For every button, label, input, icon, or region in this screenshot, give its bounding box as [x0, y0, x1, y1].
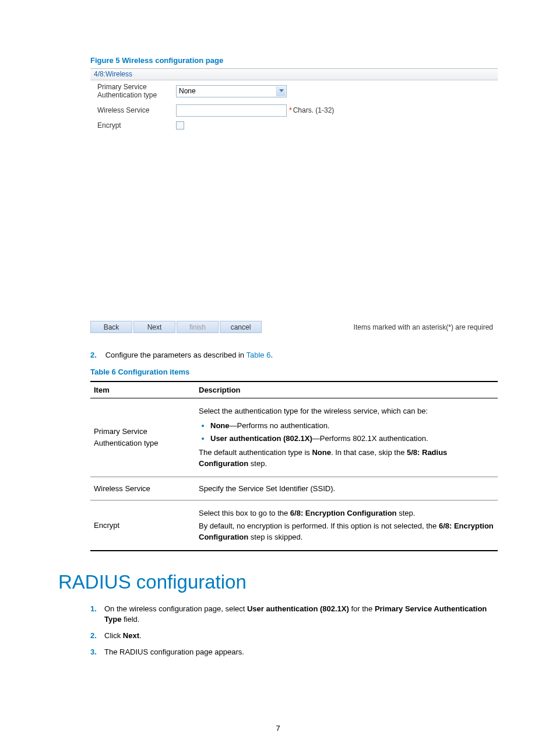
row-auth-type: Primary Service Authentication type None: [90, 80, 498, 102]
finish-button[interactable]: finish: [177, 321, 219, 333]
desc-cell: Specify the Service Set Identifier (SSID…: [195, 477, 498, 501]
step-2-text-a: Configure the parameters as described in: [105, 351, 247, 359]
step-text: On the wireless configuration page, sele…: [104, 604, 498, 625]
bullet-item: User authentication (802.1X)—Performs 80…: [210, 432, 494, 444]
desc-text: By default, no encryption is performed. …: [199, 520, 494, 543]
cancel-button[interactable]: cancel: [220, 321, 262, 333]
step-number: 1.: [90, 604, 104, 625]
table-caption: Table 6 Configuration items: [90, 368, 498, 376]
panel-title: 4/8:Wireless: [90, 69, 498, 80]
desc-text: Select this box to go to the 6/8: Encryp…: [199, 508, 494, 519]
table-row: Primary Service Authentication type Sele…: [90, 398, 498, 477]
item-cell: Encrypt: [90, 501, 195, 551]
step-2-number: 2.: [90, 351, 103, 359]
page-number: 7: [0, 724, 556, 733]
col-item: Item: [90, 382, 195, 398]
back-button[interactable]: Back: [90, 321, 132, 333]
encrypt-checkbox[interactable]: [176, 121, 184, 130]
list-item: 3. The RADIUS configuration page appears…: [90, 647, 498, 657]
desc-text: The default authentication type is None.…: [199, 447, 494, 470]
table-6-link[interactable]: Table 6: [246, 351, 270, 359]
section-heading: RADIUS configuration: [58, 571, 498, 593]
step-2: 2. Configure the parameters as described…: [90, 351, 498, 359]
table-row: Encrypt Select this box to go to the 6/8…: [90, 501, 498, 551]
desc-cell: Select this box to go to the 6/8: Encryp…: [195, 501, 498, 551]
auth-type-select[interactable]: None: [176, 85, 287, 97]
required-asterisk: *: [289, 106, 292, 114]
required-note: Items marked with an asterisk(*) are req…: [354, 323, 498, 331]
step-2-text-b: .: [270, 351, 273, 359]
wireless-service-input[interactable]: [176, 104, 287, 117]
step-text: The RADIUS configuration page appears.: [104, 647, 244, 657]
wireless-service-hint: Chars. (1-32): [293, 106, 335, 114]
row-wireless-service: Wireless Service * Chars. (1-32): [90, 102, 498, 119]
desc-text: Select the authentication type for the w…: [199, 405, 494, 417]
figure-caption: Figure 5 Wireless configuration page: [90, 56, 498, 65]
list-item: 1. On the wireless configuration page, s…: [90, 604, 498, 625]
list-item: 2. Click Next.: [90, 631, 498, 641]
button-row: Back Next finish cancel Items marked wit…: [90, 320, 498, 334]
table-row: Wireless Service Specify the Service Set…: [90, 477, 498, 501]
wireless-service-label: Wireless Service: [97, 106, 176, 114]
bullet-item: None—Performs no authentication.: [210, 419, 494, 432]
config-table: Item Description Primary Service Authent…: [90, 381, 498, 551]
step-text: Click Next.: [104, 631, 142, 641]
item-cell: Wireless Service: [90, 477, 195, 501]
auth-type-value: None: [179, 87, 196, 95]
step-number: 3.: [90, 647, 104, 657]
col-description: Description: [195, 382, 498, 398]
chevron-down-icon: [276, 86, 286, 96]
wireless-config-panel: 4/8:Wireless Primary Service Authenticat…: [90, 68, 498, 132]
item-cell: Primary Service Authentication type: [90, 398, 195, 477]
next-button[interactable]: Next: [133, 321, 175, 333]
encrypt-label: Encrypt: [97, 121, 176, 130]
desc-cell: Select the authentication type for the w…: [195, 398, 498, 477]
radius-steps: 1. On the wireless configuration page, s…: [90, 604, 498, 658]
auth-type-label: Primary Service Authentication type: [97, 83, 176, 100]
step-number: 2.: [90, 631, 104, 641]
row-encrypt: Encrypt: [90, 119, 498, 132]
